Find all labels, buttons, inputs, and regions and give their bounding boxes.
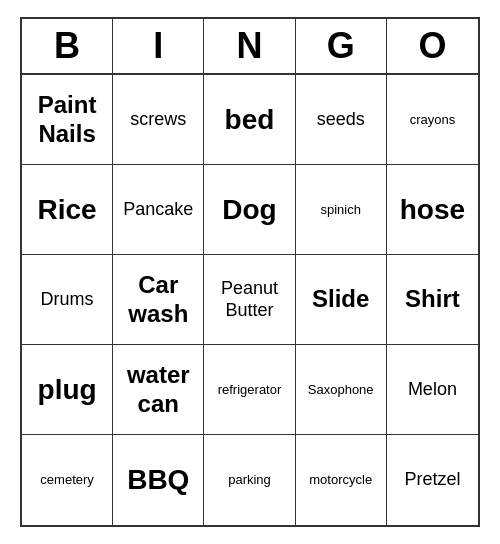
bingo-cell-text-3: seeds <box>317 109 365 131</box>
bingo-cell-18[interactable]: Saxophone <box>296 345 387 435</box>
bingo-cell-text-14: Shirt <box>405 285 460 314</box>
bingo-cell-6[interactable]: Pancake <box>113 165 204 255</box>
bingo-cell-10[interactable]: Drums <box>22 255 113 345</box>
bingo-cell-text-23: motorcycle <box>309 472 372 488</box>
bingo-cell-5[interactable]: Rice <box>22 165 113 255</box>
header-letter-b: B <box>22 19 113 73</box>
bingo-cell-text-7: Dog <box>222 193 276 227</box>
bingo-cell-text-21: BBQ <box>127 463 189 497</box>
header-letter-o: O <box>387 19 478 73</box>
bingo-cell-15[interactable]: plug <box>22 345 113 435</box>
bingo-cell-text-0: PaintNails <box>38 91 97 149</box>
bingo-cell-16[interactable]: watercan <box>113 345 204 435</box>
bingo-cell-text-22: parking <box>228 472 271 488</box>
bingo-cell-text-5: Rice <box>38 193 97 227</box>
bingo-cell-text-24: Pretzel <box>404 469 460 491</box>
bingo-cell-11[interactable]: Carwash <box>113 255 204 345</box>
bingo-cell-9[interactable]: hose <box>387 165 478 255</box>
header-letter-i: I <box>113 19 204 73</box>
bingo-cell-3[interactable]: seeds <box>296 75 387 165</box>
bingo-cell-14[interactable]: Shirt <box>387 255 478 345</box>
bingo-cell-8[interactable]: spinich <box>296 165 387 255</box>
bingo-cell-text-11: Carwash <box>128 271 188 329</box>
bingo-cell-text-19: Melon <box>408 379 457 401</box>
bingo-cell-0[interactable]: PaintNails <box>22 75 113 165</box>
bingo-cell-12[interactable]: PeanutButter <box>204 255 295 345</box>
bingo-cell-text-2: bed <box>225 103 275 137</box>
bingo-cell-text-18: Saxophone <box>308 382 374 398</box>
bingo-cell-21[interactable]: BBQ <box>113 435 204 525</box>
bingo-cell-7[interactable]: Dog <box>204 165 295 255</box>
bingo-cell-text-6: Pancake <box>123 199 193 221</box>
header-letter-g: G <box>296 19 387 73</box>
bingo-cell-19[interactable]: Melon <box>387 345 478 435</box>
bingo-cell-2[interactable]: bed <box>204 75 295 165</box>
bingo-cell-13[interactable]: Slide <box>296 255 387 345</box>
bingo-grid: PaintNailsscrewsbedseedscrayonsRicePanca… <box>22 75 478 525</box>
bingo-cell-4[interactable]: crayons <box>387 75 478 165</box>
bingo-cell-text-4: crayons <box>410 112 456 128</box>
bingo-cell-23[interactable]: motorcycle <box>296 435 387 525</box>
bingo-cell-text-1: screws <box>130 109 186 131</box>
bingo-header: BINGO <box>22 19 478 75</box>
header-letter-n: N <box>204 19 295 73</box>
bingo-cell-text-10: Drums <box>41 289 94 311</box>
bingo-cell-1[interactable]: screws <box>113 75 204 165</box>
bingo-cell-text-16: watercan <box>127 361 190 419</box>
bingo-cell-text-13: Slide <box>312 285 369 314</box>
bingo-cell-text-12: PeanutButter <box>221 278 278 321</box>
bingo-cell-20[interactable]: cemetery <box>22 435 113 525</box>
bingo-cell-text-15: plug <box>38 373 97 407</box>
bingo-cell-text-17: refrigerator <box>218 382 282 398</box>
bingo-card: BINGO PaintNailsscrewsbedseedscrayonsRic… <box>20 17 480 527</box>
bingo-cell-24[interactable]: Pretzel <box>387 435 478 525</box>
bingo-cell-text-9: hose <box>400 193 465 227</box>
bingo-cell-22[interactable]: parking <box>204 435 295 525</box>
bingo-cell-17[interactable]: refrigerator <box>204 345 295 435</box>
bingo-cell-text-20: cemetery <box>40 472 93 488</box>
bingo-cell-text-8: spinich <box>320 202 360 218</box>
